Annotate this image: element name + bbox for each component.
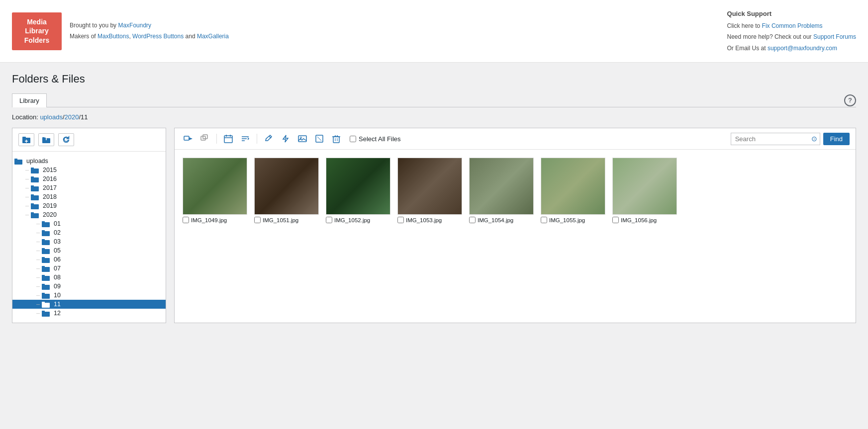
file-label-row: IMG_1055.jpg [541, 217, 605, 223]
tree-item[interactable]: ─ 07 [12, 264, 166, 273]
tab-library[interactable]: Library [12, 93, 47, 107]
tree-item[interactable]: ─ 2019 [12, 201, 166, 210]
svg-marker-54 [283, 135, 288, 142]
svg-rect-21 [42, 221, 45, 223]
file-label-row: IMG_1049.jpg [183, 217, 247, 223]
tree-item[interactable]: ─ 2016 [12, 174, 166, 183]
fix-problems-link[interactable]: Fix Common Problems [762, 22, 823, 29]
svg-rect-14 [31, 195, 39, 200]
svg-rect-10 [31, 177, 39, 182]
file-item[interactable]: IMG_1054.jpg [469, 158, 534, 223]
file-checkbox[interactable] [541, 217, 547, 223]
tree-item[interactable]: ─ 2020 [12, 210, 166, 219]
tree-item[interactable]: ─ 03 [12, 237, 166, 246]
svg-line-58 [317, 137, 321, 141]
svg-rect-36 [42, 294, 50, 299]
search-clear-icon[interactable]: ⊙ [811, 135, 817, 143]
tree-item[interactable]: ─ 01 [12, 219, 166, 228]
tagline-mid: Makers of [70, 33, 97, 40]
tree-item[interactable]: ─ 2015 [12, 166, 166, 174]
tree-item[interactable]: ─ 06 [12, 255, 166, 264]
svg-rect-38 [42, 303, 50, 308]
svg-rect-1 [22, 137, 26, 138]
file-checkbox[interactable] [612, 217, 619, 223]
sidebar: uploads─ 2015─ 2016─ 2017─ 2018─ 2019─ 2… [12, 128, 166, 323]
tree-item[interactable]: uploads [12, 157, 166, 166]
file-item[interactable]: IMG_1056.jpg [612, 158, 677, 223]
calendar-button[interactable] [221, 132, 236, 145]
email-link[interactable]: support@maxfoundry.com [768, 45, 837, 52]
flash-button[interactable] [278, 132, 293, 145]
refresh-button[interactable] [58, 133, 74, 146]
file-checkbox[interactable] [397, 217, 404, 223]
search-wrap: ⊙ [731, 133, 820, 145]
svg-rect-35 [42, 284, 45, 285]
logo: MediaLibraryFolders [12, 12, 62, 50]
support-forums-link[interactable]: Support Forums [813, 33, 856, 40]
maxgalleria-link[interactable]: MaxGalleria [197, 33, 229, 40]
svg-rect-34 [42, 285, 50, 290]
gallery-button[interactable] [295, 132, 310, 145]
copy-button[interactable] [197, 132, 212, 145]
file-item[interactable]: IMG_1053.jpg [397, 158, 462, 223]
tree-item[interactable]: ─ 2018 [12, 192, 166, 201]
page-title: Folders & Files [12, 73, 856, 86]
svg-rect-6 [14, 160, 22, 165]
select-all-checkbox[interactable] [350, 136, 356, 142]
svg-rect-46 [224, 136, 232, 143]
svg-rect-25 [42, 239, 45, 241]
file-checkbox[interactable] [183, 217, 189, 223]
edit-button[interactable] [261, 132, 276, 145]
tree-item[interactable]: ─ 08 [12, 273, 166, 282]
main-content: Folders & Files Library ? Location: uplo… [0, 63, 868, 333]
file-name: IMG_1056.jpg [621, 217, 657, 223]
tree-item[interactable]: ─ 09 [12, 282, 166, 291]
file-item[interactable]: IMG_1052.jpg [326, 158, 390, 223]
delete-button[interactable] [329, 132, 344, 145]
tree-item[interactable]: ─ 2017 [12, 183, 166, 192]
sort-button[interactable] [238, 132, 253, 145]
files-toolbar: Select All Files ⊙ Find [175, 128, 856, 150]
svg-rect-15 [31, 194, 34, 196]
location-bar: Location: uploads/2020/11 [12, 113, 856, 121]
svg-rect-27 [42, 248, 45, 250]
svg-rect-26 [42, 249, 50, 254]
file-thumbnail [612, 158, 677, 215]
svg-rect-16 [31, 204, 39, 209]
file-thumbnail [326, 158, 390, 215]
maxbuttons-link[interactable]: MaxButtons [97, 33, 129, 40]
tagline: Brought to you by MaxFoundry Makers of M… [70, 20, 229, 42]
toolbar-divider-2 [257, 134, 257, 144]
file-name: IMG_1055.jpg [549, 217, 585, 223]
file-checkbox[interactable] [469, 217, 476, 223]
svg-rect-20 [42, 222, 50, 227]
location-uploads-link[interactable]: uploads [40, 113, 63, 121]
move-button[interactable] [181, 132, 195, 145]
maxfoundry-link[interactable]: MaxFoundry [118, 22, 151, 29]
tree-item[interactable]: ─ 12 [12, 309, 166, 318]
crop-button[interactable] [312, 132, 327, 145]
find-button[interactable]: Find [823, 133, 850, 145]
quick-support: Quick Support Click here to Fix Common P… [727, 8, 856, 54]
svg-rect-13 [31, 185, 34, 187]
file-checkbox[interactable] [326, 217, 332, 223]
upload-button[interactable] [38, 133, 54, 146]
search-input[interactable] [731, 133, 820, 145]
location-year-link[interactable]: 2020 [65, 113, 79, 121]
file-item[interactable]: IMG_1051.jpg [254, 158, 319, 223]
tree-item[interactable]: ─ 02 [12, 228, 166, 237]
svg-rect-37 [42, 293, 45, 294]
add-folder-button[interactable] [18, 133, 34, 146]
tree-item[interactable]: ─ 11 [12, 300, 166, 309]
file-name: IMG_1054.jpg [478, 217, 513, 223]
file-name: IMG_1053.jpg [406, 217, 442, 223]
select-all-label[interactable]: Select All Files [350, 135, 401, 143]
file-item[interactable]: IMG_1055.jpg [541, 158, 605, 223]
tree-item[interactable]: ─ 05 [12, 246, 166, 255]
help-icon[interactable]: ? [844, 94, 856, 106]
wpbuttons-link[interactable]: WordPress Buttons [132, 33, 184, 40]
file-thumbnail [541, 158, 605, 215]
tree-item[interactable]: ─ 10 [12, 291, 166, 300]
file-item[interactable]: IMG_1049.jpg [183, 158, 247, 223]
file-checkbox[interactable] [254, 217, 261, 223]
